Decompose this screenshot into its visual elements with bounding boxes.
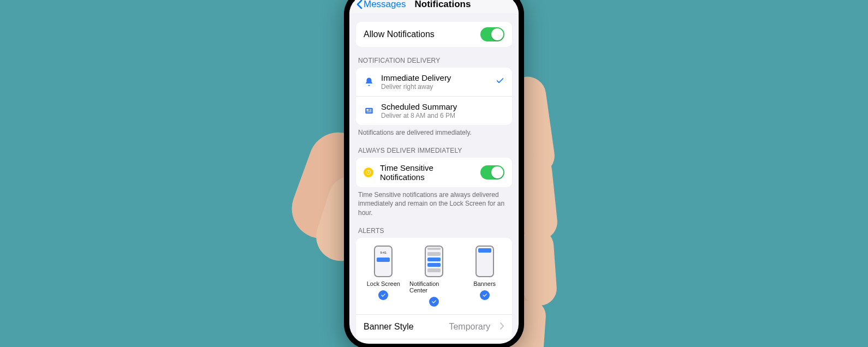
scheduled-summary-subtitle: Deliver at 8 AM and 6 PM xyxy=(381,112,504,119)
immediate-delivery-row[interactable]: Immediate Delivery Deliver right away xyxy=(356,68,512,96)
banner-style-label: Banner Style xyxy=(364,322,442,332)
alert-lock-screen[interactable]: 9:41 Lock Screen xyxy=(359,246,408,307)
nav-bar: Messages Notifications xyxy=(349,0,519,14)
delivery-footer: Notifications are delivered immediately. xyxy=(358,128,510,137)
chevron-right-icon xyxy=(500,322,504,332)
alert-label: Lock Screen xyxy=(367,280,400,287)
svg-rect-2 xyxy=(370,109,372,110)
alert-check-icon[interactable] xyxy=(480,290,490,300)
alert-check-icon[interactable] xyxy=(378,290,388,300)
svg-rect-4 xyxy=(367,112,372,112)
alert-notification-center[interactable]: Notification Center xyxy=(409,246,459,307)
svg-rect-1 xyxy=(367,109,369,111)
time-sensitive-row[interactable]: Time Sensitive Notifications xyxy=(356,158,512,187)
back-button[interactable]: Messages xyxy=(356,0,406,10)
time-sensitive-toggle[interactable] xyxy=(480,165,504,180)
alert-banners[interactable]: Banners xyxy=(460,246,509,307)
bell-icon xyxy=(364,76,374,87)
lock-screen-preview-icon: 9:41 xyxy=(374,246,393,277)
allow-notifications-row[interactable]: Allow Notifications xyxy=(356,22,512,47)
newspaper-icon xyxy=(364,105,374,116)
notification-center-preview-icon xyxy=(425,246,443,277)
nav-title: Notifications xyxy=(414,0,471,10)
alert-check-icon[interactable] xyxy=(429,297,439,307)
time-sensitive-label: Time Sensitive Notifications xyxy=(380,163,474,182)
alerts-header: ALERTS xyxy=(358,227,510,235)
sounds-row[interactable]: Sounds Note xyxy=(356,339,512,344)
always-footer: Time Sensitive notifications are always … xyxy=(358,190,510,217)
phone-frame: Messages Notifications Allow Notificatio… xyxy=(344,0,524,347)
banner-style-value: Temporary xyxy=(449,322,490,332)
chevron-left-icon xyxy=(356,0,362,9)
alert-label: Notification Center xyxy=(409,280,459,294)
allow-notifications-label: Allow Notifications xyxy=(364,29,474,39)
immediate-delivery-subtitle: Deliver right away xyxy=(381,83,489,91)
checkmark-icon xyxy=(496,76,504,87)
clock-icon xyxy=(364,167,373,177)
banners-preview-icon xyxy=(475,246,494,277)
always-header: ALWAYS DELIVER IMMEDIATELY xyxy=(358,147,510,154)
svg-rect-0 xyxy=(365,108,373,114)
back-label: Messages xyxy=(364,0,406,10)
scheduled-summary-row[interactable]: Scheduled Summary Deliver at 8 AM and 6 … xyxy=(356,96,512,125)
scheduled-summary-title: Scheduled Summary xyxy=(381,102,504,111)
svg-rect-3 xyxy=(370,110,372,111)
alert-label: Banners xyxy=(473,280,496,287)
immediate-delivery-title: Immediate Delivery xyxy=(381,73,489,82)
allow-notifications-toggle[interactable] xyxy=(480,27,504,41)
banner-style-row[interactable]: Banner Style Temporary xyxy=(356,315,512,339)
phone-screen: Messages Notifications Allow Notificatio… xyxy=(349,0,519,344)
delivery-header: NOTIFICATION DELIVERY xyxy=(358,57,510,64)
